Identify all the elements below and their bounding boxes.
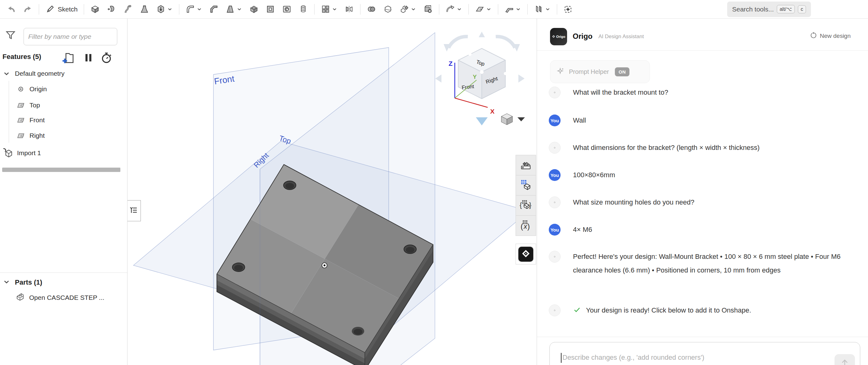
toolbar-separator [39, 4, 39, 14]
features-header: Features (5) [0, 51, 127, 65]
filter-input[interactable] [24, 28, 117, 45]
header-divider [537, 50, 868, 51]
surface-icon [475, 4, 485, 14]
shortcut-key-alt: alt/⌥ [777, 5, 795, 13]
filter-icon[interactable] [5, 29, 16, 41]
import-icon [2, 147, 14, 159]
tree-item-front[interactable]: Front [0, 112, 127, 128]
assistant-title: Origo [573, 32, 592, 41]
view-mode-chevron[interactable] [518, 117, 525, 121]
hole-icon [282, 4, 291, 14]
sheet-metal-icon [504, 4, 514, 14]
split-icon [383, 4, 393, 14]
linear-pattern-tool-button[interactable] [319, 2, 340, 17]
tree-item-right[interactable]: Right [0, 128, 127, 143]
transform-icon [400, 4, 409, 14]
enclose-tool-button[interactable] [532, 2, 553, 17]
chevron-down-icon[interactable] [456, 6, 462, 12]
send-button[interactable] [835, 354, 855, 365]
chevron-down-icon [2, 278, 10, 287]
chevron-down-icon[interactable] [237, 6, 242, 12]
origo-logo-icon [521, 249, 530, 260]
extrude-tool-button[interactable] [88, 2, 102, 17]
rotate-left-arrow [435, 74, 441, 83]
parts-header[interactable]: Parts (1) [0, 275, 127, 290]
origin-marker[interactable] [322, 263, 327, 268]
draft-tool-button[interactable] [223, 2, 244, 17]
redo-tool-button[interactable] [21, 2, 35, 17]
revolve-tool-button[interactable] [104, 2, 119, 17]
view-mode-button[interactable] [501, 114, 513, 125]
chamfer-icon [209, 4, 219, 14]
part-item[interactable]: Open CASCADE STEP ... [0, 290, 127, 305]
sweep-tool-button[interactable] [121, 2, 135, 17]
toolbar-tools: Sketch [0, 0, 577, 18]
feature-panel: Features (5) Default geometryOriginTopFr… [0, 19, 127, 365]
chevron-down-icon[interactable] [196, 6, 202, 12]
part-item-label: Open CASCADE STEP ... [29, 294, 104, 301]
custom-feature-tool-button[interactable] [561, 2, 575, 17]
mirror-tool-button[interactable] [342, 2, 356, 17]
chevron-down-icon[interactable] [545, 6, 551, 12]
tree-item-default-geometry[interactable]: Default geometry [0, 66, 127, 81]
prompt-helper-toggle[interactable]: Prompt Helper ON [550, 60, 650, 83]
new-design-label: New design [820, 33, 850, 39]
surface-tool-button[interactable] [473, 2, 494, 17]
stopwatch-icon[interactable] [100, 51, 113, 65]
chevron-down-icon[interactable] [410, 6, 416, 12]
add-folder-icon[interactable] [61, 51, 75, 65]
tree-item-label: Import 1 [17, 149, 41, 157]
sheet-metal-tool-button[interactable] [502, 2, 523, 17]
delete-part-tool-button[interactable] [421, 2, 435, 17]
view-cube[interactable]: Top Front Right Z Y X [435, 32, 525, 125]
origo-panel-toggle-button[interactable] [518, 247, 533, 262]
rib-icon [266, 4, 275, 14]
linear-pattern-icon [321, 4, 331, 14]
tree-item-origin[interactable]: Origin [0, 81, 127, 97]
tree-item-label: Front [29, 116, 45, 124]
pencil-tool-label: Sketch [58, 6, 78, 13]
helix-icon [299, 4, 308, 14]
chevron-down-icon[interactable] [167, 6, 173, 12]
chat-input[interactable]: Describe changes (e.g., 'add rounded cor… [549, 342, 860, 365]
tree-item-import-1[interactable]: Import 1 [0, 145, 127, 161]
assistant-subtitle: AI Design Assistant [598, 33, 644, 40]
undo-tool-button[interactable] [4, 2, 18, 17]
chevron-down-icon[interactable] [515, 6, 521, 12]
z-axis-label: Z [448, 60, 453, 67]
x-axis [455, 98, 488, 108]
graphics-viewport[interactable]: Front Top Right Top Front Right Z [127, 19, 537, 365]
pause-icon[interactable] [83, 51, 94, 65]
transform-tool-button[interactable] [397, 2, 418, 17]
boolean-tool-button[interactable] [365, 2, 378, 17]
loft-tool-button[interactable] [137, 2, 151, 17]
search-tools-button[interactable]: Search tools... alt/⌥ c [727, 2, 811, 17]
new-design-button[interactable]: New design [810, 32, 850, 40]
config-table-button[interactable] [516, 175, 536, 195]
feature-list-flyout-button[interactable] [127, 200, 141, 221]
hole-tool-button[interactable] [280, 2, 294, 17]
configured-features-button[interactable]: {} [516, 195, 536, 216]
chevron-down-icon[interactable] [486, 6, 492, 12]
boss-tool-button[interactable] [154, 2, 175, 17]
chamfer-tool-button[interactable] [207, 2, 221, 17]
move-face-tool-button[interactable] [443, 2, 464, 17]
parts-title: Parts (1) [15, 278, 42, 286]
check-icon [573, 306, 581, 315]
split-tool-button[interactable] [381, 2, 395, 17]
fillet-tool-button[interactable] [183, 2, 205, 17]
rollback-bar[interactable] [2, 168, 120, 172]
shell-tool-button[interactable] [247, 2, 261, 17]
origo-assistant-panel: Origo Origo AI Design Assistant New desi… [537, 19, 868, 365]
pencil-tool-button[interactable]: Sketch [43, 2, 80, 17]
tree-item-label: Right [29, 132, 45, 139]
helix-tool-button[interactable] [296, 2, 310, 17]
draft-icon [225, 4, 235, 14]
appearance-button[interactable] [516, 155, 536, 175]
chevron-down-icon[interactable] [332, 6, 338, 12]
main-toolbar: Sketch Search tools... alt/⌥ c [0, 0, 868, 19]
config-variables-button[interactable]: (x) [516, 215, 536, 236]
assistant-avatar [549, 304, 561, 316]
rib-tool-button[interactable] [264, 2, 277, 17]
tree-item-top[interactable]: Top [0, 97, 127, 113]
